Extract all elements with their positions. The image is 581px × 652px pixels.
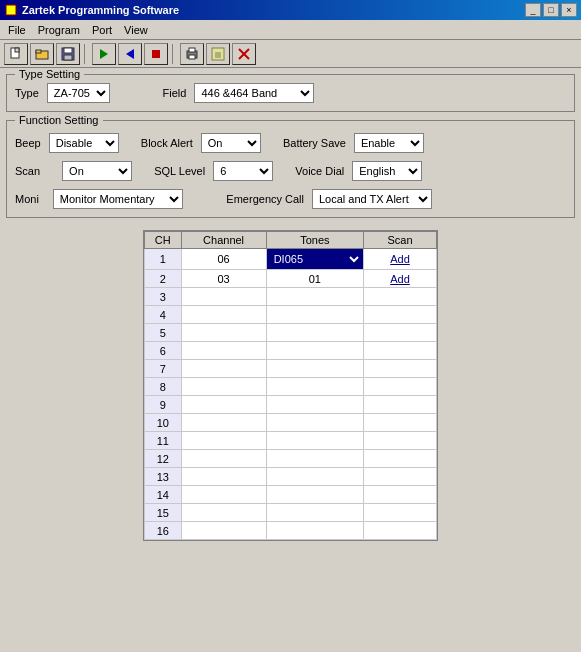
maximize-button[interactable]: □ [543,3,559,17]
cell-channel: 06 [181,249,266,270]
cell-ch: 9 [145,396,182,414]
col-header-channel: Channel [181,232,266,249]
menu-program[interactable]: Program [32,22,86,38]
cell-channel [181,378,266,396]
cell-channel [181,324,266,342]
cell-ch: 14 [145,486,182,504]
table-row: 9 [145,396,437,414]
table-row: 4 [145,306,437,324]
table-row: 3 [145,288,437,306]
cell-ch: 1 [145,249,182,270]
cell-tones [266,450,363,468]
col-header-tones: Tones [266,232,363,249]
save-button[interactable] [56,43,80,65]
cell-channel [181,468,266,486]
block-alert-label: Block Alert [141,137,193,149]
info-button[interactable] [206,43,230,65]
print-button[interactable] [180,43,204,65]
svg-rect-12 [189,48,195,52]
cell-tones [266,288,363,306]
cell-ch: 7 [145,360,182,378]
cell-ch: 2 [145,270,182,288]
sql-level-select[interactable]: 123456789 [213,161,273,181]
field-select[interactable]: 446 &464 Band [194,83,314,103]
app-title: Zartek Programming Software [22,4,179,16]
table-row: 7 [145,360,437,378]
cell-tones[interactable]: DI065 [266,249,363,270]
title-bar: Zartek Programming Software _ □ × [0,0,581,20]
function-row-2: Scan On Off SQL Level 123456789 Voice Di… [15,161,566,181]
beep-select[interactable]: Disable Enable [49,133,119,153]
moni-select[interactable]: Monitor Momentary Monitor Hold [53,189,183,209]
main-content: Type Setting Type ZA-705 Field 446 &464 … [0,68,581,551]
emergency-call-select[interactable]: Local and TX Alert Local Alert TX Alert [312,189,432,209]
menu-port[interactable]: Port [86,22,118,38]
svg-marker-9 [126,49,134,59]
moni-label: Moni [15,193,39,205]
voice-dial-label: Voice Dial [295,165,344,177]
table-row: 10 [145,414,437,432]
battery-save-label: Battery Save [283,137,346,149]
cell-channel [181,504,266,522]
type-select[interactable]: ZA-705 [47,83,110,103]
cell-tones [266,324,363,342]
svg-rect-0 [6,5,16,15]
svg-rect-6 [64,48,72,53]
svg-rect-13 [189,55,195,59]
open-button[interactable] [30,43,54,65]
cell-tones [266,468,363,486]
tones-select[interactable]: DI065 [267,249,363,269]
stop-button[interactable] [144,43,168,65]
cell-scan [363,486,436,504]
function-row-1: Beep Disable Enable Block Alert On Off B… [15,133,566,153]
cell-ch: 11 [145,432,182,450]
cell-ch: 12 [145,450,182,468]
menu-file[interactable]: File [2,22,32,38]
beep-label: Beep [15,137,41,149]
voice-dial-select[interactable]: English Chinese [352,161,422,181]
cell-scan [363,378,436,396]
cell-scan [363,450,436,468]
cell-channel [181,450,266,468]
app-icon [4,3,18,17]
cell-scan [363,306,436,324]
window-controls: _ □ × [525,3,577,17]
svg-rect-7 [64,55,72,60]
type-setting-group: Type Setting Type ZA-705 Field 446 &464 … [6,74,575,112]
block-alert-select[interactable]: On Off [201,133,261,153]
col-header-ch: CH [145,232,182,249]
cell-channel [181,288,266,306]
cell-scan [363,522,436,540]
close-button[interactable]: × [561,3,577,17]
cell-channel [181,342,266,360]
table-row: 20301Add [145,270,437,288]
battery-save-select[interactable]: Enable Disable [354,133,424,153]
cell-ch: 5 [145,324,182,342]
cell-ch: 3 [145,288,182,306]
cell-scan [363,504,436,522]
read-button[interactable] [92,43,116,65]
cell-ch: 13 [145,468,182,486]
exit-button[interactable] [232,43,256,65]
new-button[interactable] [4,43,28,65]
function-setting-label: Function Setting [15,114,103,126]
cell-ch: 6 [145,342,182,360]
cell-tones [266,342,363,360]
channel-table: CH Channel Tones Scan 106DI065Add20301Ad… [144,231,437,540]
function-setting-group: Function Setting Beep Disable Enable Blo… [6,120,575,218]
write-button[interactable] [118,43,142,65]
toolbar-sep-1 [84,44,88,64]
cell-channel [181,414,266,432]
cell-scan[interactable]: Add [363,249,436,270]
cell-channel [181,360,266,378]
cell-tones [266,504,363,522]
scan-label: Scan [15,165,40,177]
scan-select[interactable]: On Off [62,161,132,181]
table-row: 13 [145,468,437,486]
type-setting-label: Type Setting [15,68,84,80]
cell-scan[interactable]: Add [363,270,436,288]
minimize-button[interactable]: _ [525,3,541,17]
menu-view[interactable]: View [118,22,154,38]
cell-tones [266,486,363,504]
svg-rect-14 [212,48,224,60]
